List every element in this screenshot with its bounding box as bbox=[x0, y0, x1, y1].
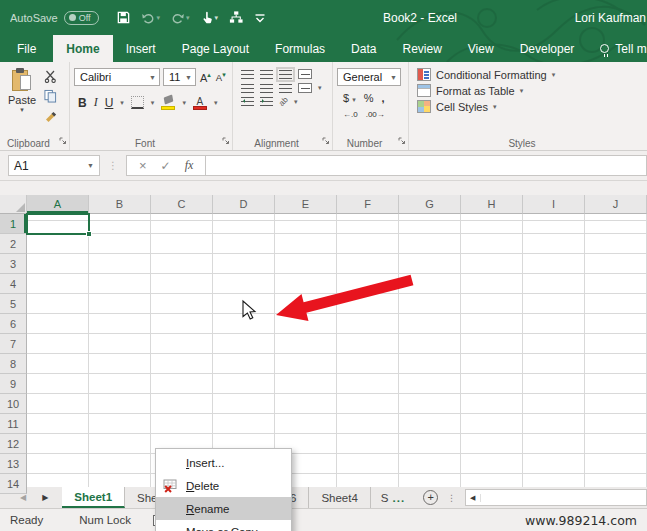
decrease-font-size-button[interactable]: A▾ bbox=[215, 71, 227, 83]
context-menu-item[interactable]: Insert... bbox=[156, 451, 291, 474]
row-header[interactable]: 10 bbox=[0, 394, 27, 414]
redo-icon[interactable]: ▾ bbox=[167, 9, 193, 27]
enter-icon[interactable]: ✓ bbox=[161, 159, 171, 173]
sheet-tab[interactable]: Sheet1 bbox=[62, 487, 125, 508]
align-top-button[interactable] bbox=[241, 70, 254, 79]
comma-format-button[interactable]: , bbox=[381, 92, 384, 104]
clipboard-dialog-launcher-icon[interactable] bbox=[59, 134, 67, 148]
paste-dropdown-icon[interactable]: ▾ bbox=[5, 106, 39, 114]
column-header[interactable]: I bbox=[523, 195, 585, 214]
cells-grid[interactable] bbox=[27, 214, 647, 487]
context-menu-item[interactable]: Move or Copy... bbox=[156, 520, 291, 531]
bold-button[interactable]: B bbox=[78, 96, 87, 110]
org-chart-icon[interactable] bbox=[225, 8, 247, 27]
number-format-select[interactable]: General▼ bbox=[337, 68, 401, 86]
styles-button[interactable]: Cell Styles ▾ bbox=[417, 100, 643, 113]
row-header[interactable]: 12 bbox=[0, 434, 27, 454]
column-header[interactable]: F bbox=[337, 195, 399, 214]
select-all-corner[interactable] bbox=[0, 195, 27, 214]
fill-color-button[interactable] bbox=[161, 96, 175, 110]
row-header[interactable]: 6 bbox=[0, 314, 27, 334]
decrease-decimal-button[interactable]: .00→ bbox=[366, 110, 385, 119]
wrap-text-button[interactable] bbox=[298, 69, 312, 79]
undo-dropdown-icon[interactable]: ▾ bbox=[157, 14, 161, 22]
merge-center-button[interactable] bbox=[298, 83, 312, 93]
scroll-sheets-right-icon[interactable]: ▶ bbox=[42, 493, 48, 502]
row-header[interactable]: 5 bbox=[0, 294, 27, 314]
ribbon-tab[interactable]: View bbox=[455, 35, 507, 62]
customize-qat-icon[interactable] bbox=[251, 9, 269, 27]
align-right-button[interactable] bbox=[279, 84, 292, 93]
formula-bar-grip[interactable]: ⋮ bbox=[108, 160, 118, 171]
name-box[interactable]: A1 ▼ bbox=[8, 155, 100, 176]
column-header[interactable]: B bbox=[89, 195, 151, 214]
font-color-button[interactable]: A bbox=[193, 96, 207, 110]
touch-mouse-mode-icon[interactable]: ▾ bbox=[197, 8, 222, 27]
font-name-select[interactable]: Calibri▼ bbox=[74, 68, 160, 86]
underline-dropdown-icon[interactable]: ▾ bbox=[120, 99, 124, 107]
context-menu-item[interactable]: Rename bbox=[156, 497, 291, 520]
undo-icon[interactable]: ▾ bbox=[138, 9, 164, 27]
fill-handle[interactable] bbox=[86, 231, 92, 237]
column-header[interactable]: J bbox=[585, 195, 647, 214]
orientation-button[interactable]: ab bbox=[277, 95, 290, 108]
ribbon-tab[interactable]: Developer bbox=[507, 35, 588, 62]
copy-icon[interactable] bbox=[44, 89, 57, 103]
currency-format-button[interactable]: $ ▾ bbox=[343, 92, 356, 104]
autosave-toggle[interactable]: AutoSave Off bbox=[10, 11, 99, 25]
font-color-dropdown-icon[interactable]: ▾ bbox=[214, 99, 218, 107]
ribbon-tab[interactable]: Page Layout bbox=[169, 35, 262, 62]
user-account-name[interactable]: Lori Kaufman bbox=[575, 0, 647, 35]
row-header[interactable]: 8 bbox=[0, 354, 27, 374]
underline-button[interactable]: U bbox=[105, 96, 114, 110]
align-center-button[interactable] bbox=[260, 84, 273, 93]
increase-font-size-button[interactable]: A▴ bbox=[199, 71, 212, 84]
styles-button[interactable]: Format as Table ▾ bbox=[417, 84, 643, 97]
italic-button[interactable]: I bbox=[94, 95, 98, 110]
row-header[interactable]: 1 bbox=[0, 214, 27, 234]
row-header[interactable]: 3 bbox=[0, 254, 27, 274]
column-header[interactable]: G bbox=[399, 195, 461, 214]
row-header[interactable]: 9 bbox=[0, 374, 27, 394]
row-header[interactable]: 11 bbox=[0, 414, 27, 434]
tab-bar-grip[interactable]: ⋮ bbox=[447, 493, 456, 503]
sheet-tab[interactable]: Sheet4 bbox=[309, 487, 370, 508]
row-header[interactable]: 7 bbox=[0, 334, 27, 354]
number-dialog-launcher-icon[interactable] bbox=[398, 134, 406, 148]
borders-dropdown-icon[interactable]: ▾ bbox=[151, 99, 155, 107]
percent-format-button[interactable]: % bbox=[364, 92, 374, 104]
increase-decimal-button[interactable]: ←.0 bbox=[343, 110, 358, 119]
column-header[interactable]: E bbox=[275, 195, 337, 214]
align-bottom-button[interactable] bbox=[279, 70, 292, 79]
format-painter-icon[interactable] bbox=[44, 109, 57, 122]
redo-dropdown-icon[interactable]: ▾ bbox=[186, 14, 190, 22]
increase-indent-button[interactable] bbox=[260, 97, 273, 106]
column-header[interactable]: A bbox=[27, 195, 89, 214]
horizontal-scrollbar[interactable]: ◀ bbox=[465, 489, 647, 506]
column-header[interactable]: H bbox=[461, 195, 523, 214]
scrollbar-left-arrow-icon[interactable]: ◀ bbox=[466, 494, 480, 502]
alignment-dialog-launcher-icon[interactable] bbox=[322, 134, 330, 148]
column-header[interactable]: D bbox=[213, 195, 275, 214]
decrease-indent-button[interactable] bbox=[241, 97, 254, 106]
column-header[interactable]: C bbox=[151, 195, 213, 214]
ribbon-tab[interactable]: Insert bbox=[113, 35, 169, 62]
autosave-switch[interactable]: Off bbox=[64, 11, 99, 25]
ribbon-tab[interactable]: Home bbox=[53, 35, 112, 62]
ribbon-tab[interactable]: Formulas bbox=[262, 35, 338, 62]
styles-button[interactable]: Conditional Formatting ▾ bbox=[417, 68, 643, 81]
borders-button[interactable] bbox=[131, 96, 144, 109]
align-left-button[interactable] bbox=[241, 84, 254, 93]
insert-function-icon[interactable]: fx bbox=[185, 158, 194, 173]
cancel-icon[interactable]: × bbox=[139, 158, 147, 173]
context-menu-item[interactable]: Delete bbox=[156, 474, 291, 497]
paste-button[interactable]: Paste ▾ bbox=[5, 68, 39, 114]
scroll-sheets-left-icon[interactable]: ◀ bbox=[20, 493, 26, 502]
touch-mode-dropdown-icon[interactable]: ▾ bbox=[215, 14, 219, 22]
merge-dropdown-icon[interactable]: ▾ bbox=[318, 84, 322, 92]
ribbon-tab[interactable]: File bbox=[0, 35, 53, 62]
orientation-dropdown-icon[interactable]: ▾ bbox=[294, 98, 298, 106]
row-header[interactable]: 14 bbox=[0, 474, 27, 494]
font-size-select[interactable]: 11▼ bbox=[163, 68, 196, 86]
formula-input[interactable] bbox=[206, 155, 647, 176]
